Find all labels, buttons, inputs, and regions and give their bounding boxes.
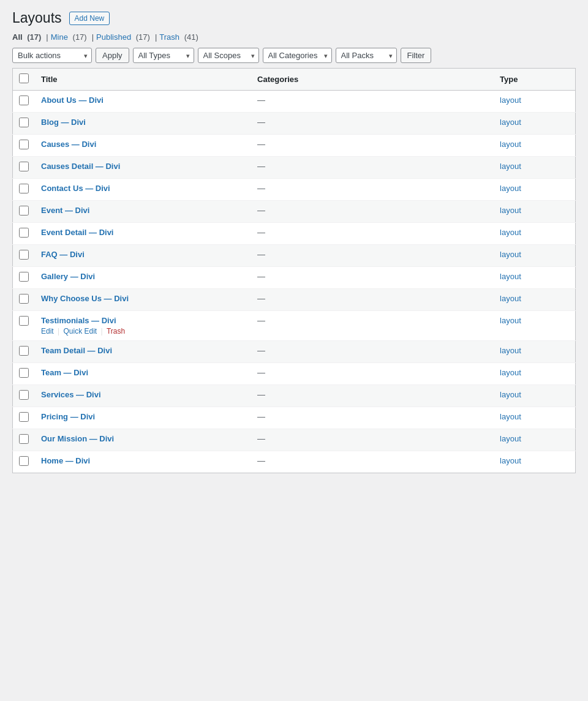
row-title-link[interactable]: Causes — Divi <box>41 140 96 149</box>
row-checkbox[interactable] <box>19 390 29 400</box>
row-checkbox[interactable] <box>19 434 29 444</box>
row-type-link[interactable]: layout <box>500 96 521 105</box>
row-type: layout <box>494 385 575 407</box>
filter-trash-link[interactable]: Trash (41) <box>159 32 200 42</box>
row-categories: — <box>251 407 494 429</box>
filter-all-link[interactable]: All (17) <box>12 32 43 42</box>
table-row: Pricing — DiviEdit | Quick Edit | Trash—… <box>13 407 576 429</box>
table-row: Causes Detail — DiviEdit | Quick Edit | … <box>13 157 576 179</box>
row-type: layout <box>494 407 575 429</box>
row-categories: — <box>251 113 494 135</box>
row-checkbox[interactable] <box>19 228 29 238</box>
filter-mine-link[interactable]: Mine (17) <box>51 32 89 42</box>
row-title-link[interactable]: Event — Divi <box>41 206 89 215</box>
row-title-link[interactable]: Services — Divi <box>41 390 101 399</box>
row-title-link[interactable]: Team Detail — Divi <box>41 346 112 355</box>
row-checkbox[interactable] <box>19 272 29 282</box>
all-packs-select[interactable]: All Packs <box>336 48 397 63</box>
row-categories: — <box>251 429 494 451</box>
row-title-link[interactable]: Contact Us — Divi <box>41 184 110 193</box>
row-categories: — <box>251 289 494 311</box>
row-title-link[interactable]: Gallery — Divi <box>41 272 95 281</box>
row-title-link[interactable]: Team — Divi <box>41 368 88 377</box>
row-type-link[interactable]: layout <box>500 228 521 237</box>
all-types-select[interactable]: All Types layout section row module <box>133 48 194 63</box>
row-type: layout <box>494 289 575 311</box>
all-categories-select[interactable]: All Categories <box>263 48 332 63</box>
row-title-link[interactable]: Causes Detail — Divi <box>41 162 120 171</box>
column-header-categories: Categories <box>251 69 494 91</box>
row-checkbox[interactable] <box>19 456 29 466</box>
table-row: Causes — DiviEdit | Quick Edit | Trash—l… <box>13 135 576 157</box>
row-categories: — <box>251 311 494 341</box>
row-title-link[interactable]: Event Detail — Divi <box>41 228 113 237</box>
row-checkbox[interactable] <box>19 412 29 422</box>
layouts-table: Title Categories Type About Us — DiviEdi… <box>12 68 576 473</box>
row-type-link[interactable]: layout <box>500 390 521 399</box>
table-row: Gallery — DiviEdit | Quick Edit | Trash—… <box>13 267 576 289</box>
row-checkbox[interactable] <box>19 316 29 326</box>
all-count: (17) <box>27 32 41 42</box>
filter-button[interactable]: Filter <box>401 48 432 63</box>
row-type: layout <box>494 311 575 341</box>
table-row: FAQ — DiviEdit | Quick Edit | Trash—layo… <box>13 245 576 267</box>
row-type-link[interactable]: layout <box>500 118 521 127</box>
row-checkbox[interactable] <box>19 118 29 127</box>
all-scopes-select[interactable]: All Scopes <box>198 48 259 63</box>
row-type-link[interactable]: layout <box>500 346 521 355</box>
row-type-link[interactable]: layout <box>500 140 521 149</box>
row-categories: — <box>251 201 494 223</box>
row-action-trash-link[interactable]: Trash <box>107 327 125 336</box>
row-type: layout <box>494 201 575 223</box>
row-checkbox[interactable] <box>19 206 29 216</box>
select-all-checkbox[interactable] <box>19 73 29 83</box>
row-type-link[interactable]: layout <box>500 294 521 303</box>
row-checkbox[interactable] <box>19 140 29 149</box>
table-row: Home — DiviEdit | Quick Edit | Trash—lay… <box>13 451 576 473</box>
column-header-type: Type <box>494 69 575 91</box>
row-checkbox[interactable] <box>19 250 29 260</box>
row-type-link[interactable]: layout <box>500 456 521 465</box>
row-title-link[interactable]: About Us — Divi <box>41 96 104 105</box>
row-type-link[interactable]: layout <box>500 412 521 421</box>
row-type-link[interactable]: layout <box>500 316 521 325</box>
row-type-link[interactable]: layout <box>500 434 521 443</box>
row-type: layout <box>494 267 575 289</box>
row-categories: — <box>251 179 494 201</box>
row-type-link[interactable]: layout <box>500 162 521 171</box>
row-type: layout <box>494 363 575 385</box>
row-title-link[interactable]: Why Choose Us — Divi <box>41 294 129 303</box>
row-checkbox[interactable] <box>19 96 29 105</box>
add-new-button[interactable]: Add New <box>69 12 110 25</box>
table-row: Testimonials — DiviEdit | Quick Edit | T… <box>13 311 576 341</box>
row-type-link[interactable]: layout <box>500 368 521 377</box>
row-type: layout <box>494 91 575 113</box>
table-nav: Bulk actions Edit Move to Trash Apply Al… <box>12 48 576 63</box>
filter-published-link[interactable]: Published (17) <box>96 32 153 42</box>
row-checkbox[interactable] <box>19 162 29 171</box>
all-scopes-wrap: All Scopes <box>198 48 259 63</box>
row-title-link[interactable]: Pricing — Divi <box>41 412 95 421</box>
row-checkbox[interactable] <box>19 346 29 356</box>
row-action-quick-edit-link[interactable]: Quick Edit <box>63 327 97 336</box>
row-type-link[interactable]: layout <box>500 206 521 215</box>
bulk-actions-select[interactable]: Bulk actions Edit Move to Trash <box>12 48 92 63</box>
all-types-wrap: All Types layout section row module <box>133 48 194 63</box>
row-type: layout <box>494 113 575 135</box>
row-title-link[interactable]: FAQ — Divi <box>41 250 85 259</box>
row-checkbox[interactable] <box>19 184 29 193</box>
apply-button[interactable]: Apply <box>96 48 129 63</box>
row-title-link[interactable]: Blog — Divi <box>41 118 86 127</box>
table-row: Why Choose Us — DiviEdit | Quick Edit | … <box>13 289 576 311</box>
row-title-link[interactable]: Our Mission — Divi <box>41 434 114 443</box>
row-title-link[interactable]: Testimonials — Divi <box>41 316 116 325</box>
row-checkbox[interactable] <box>19 368 29 378</box>
row-type-link[interactable]: layout <box>500 184 521 193</box>
row-action-edit-link[interactable]: Edit <box>41 327 54 336</box>
row-categories: — <box>251 157 494 179</box>
row-checkbox[interactable] <box>19 294 29 304</box>
row-type-link[interactable]: layout <box>500 272 521 281</box>
row-type-link[interactable]: layout <box>500 250 521 259</box>
column-header-title: Title <box>35 69 251 91</box>
row-title-link[interactable]: Home — Divi <box>41 456 90 465</box>
